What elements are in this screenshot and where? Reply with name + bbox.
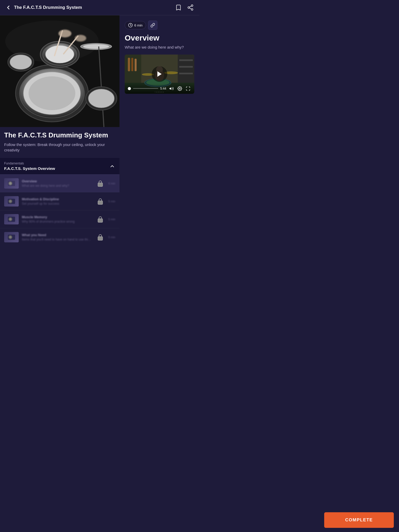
lesson-list: Overview What are we doing here and why?…	[0, 174, 119, 246]
video-controls: 5:44	[125, 83, 194, 94]
overview-description: What are we doing here and why?	[125, 45, 194, 49]
svg-rect-55	[179, 66, 193, 68]
link-button[interactable]	[148, 21, 157, 30]
duration-badge: 6 min	[125, 21, 146, 29]
lesson-item[interactable]: What you Need Items that you'll need to …	[0, 228, 119, 246]
progress-bar[interactable]	[133, 88, 158, 89]
volume-button[interactable]	[168, 85, 175, 92]
fullscreen-icon	[186, 86, 190, 91]
clock-icon	[128, 23, 133, 28]
lesson-name: Muscle Memory	[22, 215, 92, 219]
svg-point-1	[188, 7, 190, 9]
video-time: 5:44	[160, 87, 166, 90]
lesson-info: Motivation & Discipline Set yourself up …	[22, 197, 92, 205]
share-button[interactable]	[187, 4, 194, 11]
left-panel: The F.A.C.T.S Drumming System Follow the…	[0, 15, 119, 246]
settings-button[interactable]	[177, 85, 183, 92]
lesson-name: Motivation & Discipline	[22, 197, 92, 201]
lesson-thumbnail	[4, 232, 19, 242]
chain-link-icon	[150, 23, 155, 28]
svg-rect-54	[179, 59, 193, 61]
main-layout: The F.A.C.T.S Drumming System Follow the…	[0, 15, 200, 246]
meta-row: 6 min	[125, 21, 194, 30]
lock-icon	[97, 198, 103, 205]
lesson-duration: 5 min	[108, 200, 115, 203]
settings-icon	[177, 86, 182, 91]
lesson-duration: 5 min	[108, 236, 115, 239]
lesson-item[interactable]: Muscle Memory Why 90% of drummers practi…	[0, 210, 119, 228]
lesson-desc: Why 90% of drummers practice wrong	[22, 220, 92, 223]
svg-rect-56	[179, 73, 193, 74]
lesson-name: Overview	[22, 179, 92, 183]
svg-rect-52	[131, 58, 133, 71]
hero-image	[0, 15, 119, 127]
lock-icon	[97, 216, 103, 223]
svg-point-11	[45, 45, 74, 63]
section-title: F.A.C.T.S. System Overview	[4, 166, 55, 171]
svg-point-59	[179, 88, 181, 89]
svg-rect-26	[98, 183, 103, 187]
lesson-item[interactable]: Overview What are we doing here and why?…	[0, 174, 119, 192]
lesson-info: What you Need Items that you'll need to …	[22, 233, 92, 241]
back-button[interactable]	[5, 4, 11, 11]
hero-image-inner	[0, 15, 119, 127]
section-header-text: Fundamentals F.A.C.T.S. System Overview	[4, 162, 55, 171]
header-title: The F.A.C.T.S Drumming System	[14, 5, 82, 10]
lesson-name: What you Need	[22, 233, 92, 237]
course-subtitle: Follow the system: Break through your ce…	[4, 142, 115, 153]
lesson-info: Muscle Memory Why 90% of drummers practi…	[22, 215, 92, 223]
svg-rect-43	[178, 55, 194, 84]
chevron-up-icon[interactable]	[109, 163, 115, 169]
header-icons	[175, 4, 194, 11]
section-label: Fundamentals	[4, 162, 55, 165]
section-header[interactable]: Fundamentals F.A.C.T.S. System Overview	[0, 158, 119, 174]
svg-point-8	[29, 76, 75, 110]
course-title: The F.A.C.T.S Drumming System	[4, 131, 115, 139]
svg-point-25	[9, 182, 12, 185]
lesson-duration: 6 min	[108, 182, 115, 185]
overview-title: Overview	[125, 34, 194, 42]
svg-rect-34	[98, 219, 103, 222]
lock-icon	[97, 180, 103, 187]
duration-value: 6 min	[134, 23, 143, 27]
svg-point-37	[9, 236, 12, 238]
svg-point-2	[191, 9, 193, 10]
svg-point-0	[191, 5, 193, 6]
svg-point-33	[9, 218, 12, 221]
video-player[interactable]: YAMAHA 5:44	[125, 55, 194, 94]
svg-point-19	[75, 35, 86, 42]
lesson-desc: Items that you'll need to have on hand t…	[22, 238, 92, 241]
svg-point-13	[10, 55, 32, 69]
lesson-desc: What are we doing here and why?	[22, 184, 92, 188]
header-left: The F.A.C.T.S Drumming System	[5, 4, 82, 11]
lesson-desc: Set yourself up for success	[22, 202, 92, 205]
lesson-duration: 5 min	[108, 218, 115, 221]
svg-point-15	[83, 44, 109, 49]
svg-point-22	[88, 89, 114, 108]
svg-marker-58	[157, 71, 162, 77]
fullscreen-button[interactable]	[185, 85, 191, 92]
svg-point-18	[58, 30, 71, 37]
header: The F.A.C.T.S Drumming System	[0, 0, 200, 15]
svg-point-29	[9, 200, 12, 203]
progress-dot[interactable]	[128, 87, 131, 90]
bookmark-button[interactable]	[175, 4, 182, 11]
lock-icon	[97, 234, 103, 241]
svg-rect-38	[98, 237, 103, 240]
lesson-info: Overview What are we doing here and why?	[22, 179, 92, 188]
svg-rect-30	[98, 201, 103, 204]
lesson-thumbnail	[4, 214, 19, 224]
lesson-item[interactable]: Motivation & Discipline Set yourself up …	[0, 192, 119, 210]
volume-icon	[169, 86, 174, 91]
right-panel: 6 min Overview What are we doing here an…	[119, 15, 200, 246]
svg-rect-53	[135, 59, 137, 71]
lesson-thumbnail	[4, 196, 19, 207]
play-icon	[156, 70, 163, 78]
course-info: The F.A.C.T.S Drumming System Follow the…	[0, 127, 119, 153]
play-button[interactable]	[152, 66, 167, 82]
svg-rect-51	[128, 58, 130, 71]
lesson-thumbnail	[4, 178, 19, 189]
